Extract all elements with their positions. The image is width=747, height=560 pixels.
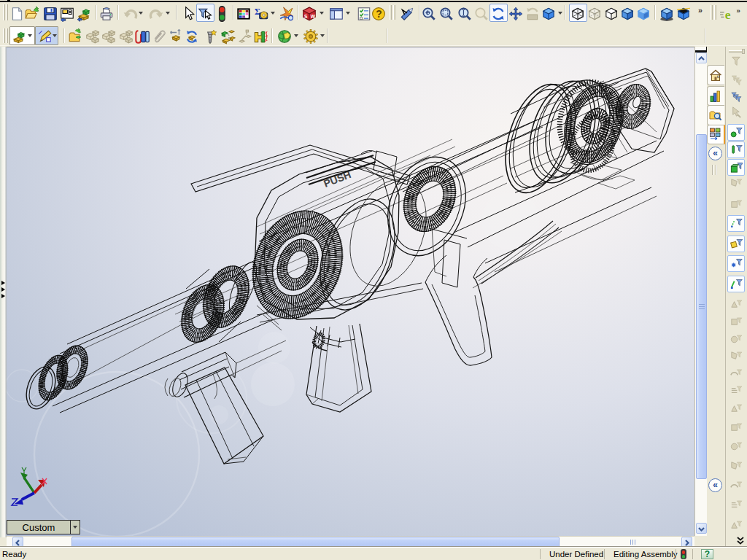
svg-text:»: »: [737, 7, 740, 15]
svg-text:»: »: [698, 6, 703, 15]
svg-text:?: ?: [376, 9, 382, 20]
svg-text:e: e: [725, 7, 731, 22]
svg-text:S: S: [304, 14, 308, 19]
svg-text:W: W: [311, 14, 316, 19]
